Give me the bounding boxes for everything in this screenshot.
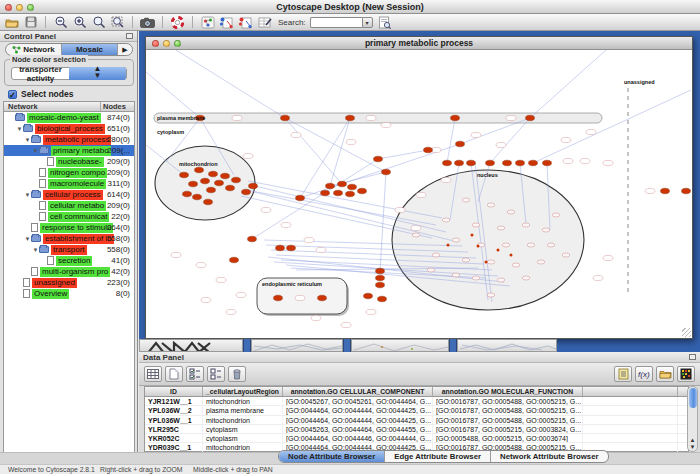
tab-network[interactable]: Network [6, 44, 62, 55]
save-session-icon[interactable] [23, 16, 38, 29]
snapshot-camera-icon[interactable] [140, 16, 155, 29]
tree-row-label: Overview [32, 289, 69, 299]
tree-row[interactable]: cell communicat22(0) [4, 211, 134, 222]
disclosure-triangle-icon[interactable]: ▼ [16, 126, 23, 132]
tree-row[interactable]: mosaic-demo-yeast874(0) [4, 112, 134, 123]
table-scrollbar[interactable]: ▲ ▼ [687, 386, 698, 452]
tab-mosaic[interactable]: Mosaic [62, 44, 118, 55]
graph-node [526, 115, 535, 121]
tree-row[interactable]: response to stimulu264(0) [4, 222, 134, 233]
background-window[interactable] [457, 339, 557, 352]
tree-row[interactable]: macromolecule311(0) [4, 178, 134, 189]
tab-edge-attribute-browser[interactable]: Edge Attribute Browser [385, 451, 491, 462]
select-nodes-checkbox[interactable]: ✓ [8, 90, 17, 99]
help-lifesaver-icon[interactable] [170, 16, 185, 29]
data-panel: Data Panel f(x) ID_cellularLayoutRegiona… [139, 352, 700, 453]
graph-node [443, 160, 452, 166]
graph-node [346, 115, 355, 121]
tree-row[interactable]: unassigned223(0) [4, 277, 134, 288]
tree-row[interactable]: nitrogen compo209(0) [4, 167, 134, 178]
float-panel-icon[interactable] [689, 354, 696, 360]
disclosure-triangle-icon[interactable]: ▼ [24, 236, 31, 242]
disclosure-triangle-icon[interactable]: ▼ [32, 247, 39, 253]
tree-row[interactable]: ▼primary metabo209(... [4, 145, 134, 156]
tree-row[interactable]: cellular metabo209(0) [4, 200, 134, 211]
table-cell: [GO:0044464, GO:0044444, GO:0044425, G..… [283, 406, 433, 414]
main-toolbar: Search: ▾ [0, 14, 700, 31]
attribute-matrix-icon[interactable] [677, 366, 695, 382]
tab-network-attribute-browser[interactable]: Network Attribute Browser [491, 451, 608, 462]
table-row[interactable]: YLR295Ccytoplasm[GO:0045263, GO:0044464,… [145, 425, 688, 434]
svg-text:nucleus: nucleus [477, 172, 498, 178]
resize-grip-icon[interactable] [682, 328, 691, 337]
disclosure-triangle-icon[interactable]: ▼ [32, 148, 39, 154]
select-attributes-icon[interactable] [186, 366, 204, 382]
tree-row[interactable]: ▼metabolic process280(0) [4, 134, 134, 145]
table-row[interactable]: YJR121W__1mitochondrion[GO:0045267, GO:0… [145, 397, 688, 406]
table-row[interactable]: YPL036W__2plasma membrane[GO:0044464, GO… [145, 406, 688, 415]
manage-networks-icon[interactable] [200, 16, 215, 29]
table-column-header[interactable]: ID [145, 387, 203, 396]
node-color-dropdown[interactable]: transporter activity ▲▼ [11, 67, 127, 80]
zoom-window-button[interactable] [27, 4, 34, 11]
table-column-header[interactable] [583, 387, 678, 396]
node-mapping-icon[interactable] [219, 16, 234, 29]
delete-attribute-icon[interactable] [228, 366, 246, 382]
scroll-down-button[interactable]: ▼ [688, 444, 697, 450]
network-canvas[interactable]: plasma membranecytoplasmmitochondrionnuc… [146, 50, 692, 338]
graph-node [456, 141, 465, 147]
tree-row[interactable]: ▼transport558(0) [4, 244, 134, 255]
close-view-button[interactable] [152, 40, 159, 47]
import-attributes-icon[interactable] [656, 366, 674, 382]
graph-node [221, 173, 230, 179]
background-window[interactable] [251, 339, 343, 352]
close-window-button[interactable] [5, 4, 12, 11]
table-column-header[interactable]: annotation.GO MOLECULAR_FUNCTION [433, 387, 583, 396]
scrollbar-thumb[interactable] [689, 388, 697, 408]
network-tree: mosaic-demo-yeast874(0)▼biological_proce… [3, 112, 135, 455]
scroll-up-button[interactable]: ▲ [688, 437, 697, 443]
search-input[interactable] [310, 17, 362, 28]
tree-row[interactable]: Overview8(0) [4, 288, 134, 299]
open-folder-icon[interactable] [4, 16, 19, 29]
new-attribute-icon[interactable] [165, 366, 183, 382]
tree-row[interactable]: ▼cellular process614(0) [4, 189, 134, 200]
graph-node [374, 156, 383, 162]
tree-row-node-count: 41(0) [111, 256, 130, 265]
attribute-batch-icon[interactable] [614, 366, 632, 382]
tree-row[interactable]: multi-organism pro42(0) [4, 266, 134, 277]
background-window[interactable] [139, 339, 243, 352]
annotation-grid-icon[interactable] [257, 16, 272, 29]
zoom-fit-icon[interactable] [110, 16, 125, 29]
edge-mapping-icon[interactable] [238, 16, 253, 29]
disclosure-triangle-icon[interactable]: ▼ [24, 192, 31, 198]
float-panel-icon[interactable] [126, 33, 133, 39]
table-cell: YPL036W__1 [145, 416, 203, 424]
function-builder-icon[interactable]: f(x) [635, 366, 653, 382]
tree-row[interactable]: ▼establishment of lo558(0) [4, 233, 134, 244]
table-column-header[interactable]: annotation.GO CELLULAR_COMPONENT [283, 387, 433, 396]
network-window-titlebar[interactable]: primary metabolic process [146, 37, 692, 50]
zoom-in-icon[interactable] [72, 16, 87, 29]
table-row[interactable]: YPL036W__1mitochondrion[GO:0044464, GO:0… [145, 416, 688, 425]
background-window[interactable] [351, 339, 449, 352]
minimize-window-button[interactable] [16, 4, 23, 11]
tree-row[interactable]: secretion41(0) [4, 255, 134, 266]
tab-node-attribute-browser[interactable]: Node Attribute Browser [279, 451, 385, 462]
unselect-attributes-icon[interactable] [207, 366, 225, 382]
select-nodes-option[interactable]: ✓ Select nodes [8, 89, 73, 99]
view-report-icon[interactable] [377, 16, 392, 29]
tree-row[interactable]: nucleobase-209(0) [4, 156, 134, 167]
zoom-out-icon[interactable] [53, 16, 68, 29]
table-column-header[interactable]: _cellularLayoutRegion [203, 387, 283, 396]
tree-row[interactable]: ▼biological_process651(0) [4, 123, 134, 134]
disclosure-triangle-icon[interactable]: ▼ [24, 137, 31, 143]
table-row[interactable]: YKR052Ccytoplasm[GO:0044464, GO:0044446,… [145, 434, 688, 443]
search-dropdown-button[interactable]: ▾ [362, 17, 373, 28]
minimize-view-button[interactable] [163, 40, 170, 47]
zoom-view-button[interactable] [174, 40, 181, 47]
tab-overflow-button[interactable]: ▶ [118, 44, 132, 55]
zoom-selected-icon[interactable] [91, 16, 106, 29]
window-edge [449, 339, 457, 352]
attribute-grid-icon[interactable] [144, 366, 162, 382]
